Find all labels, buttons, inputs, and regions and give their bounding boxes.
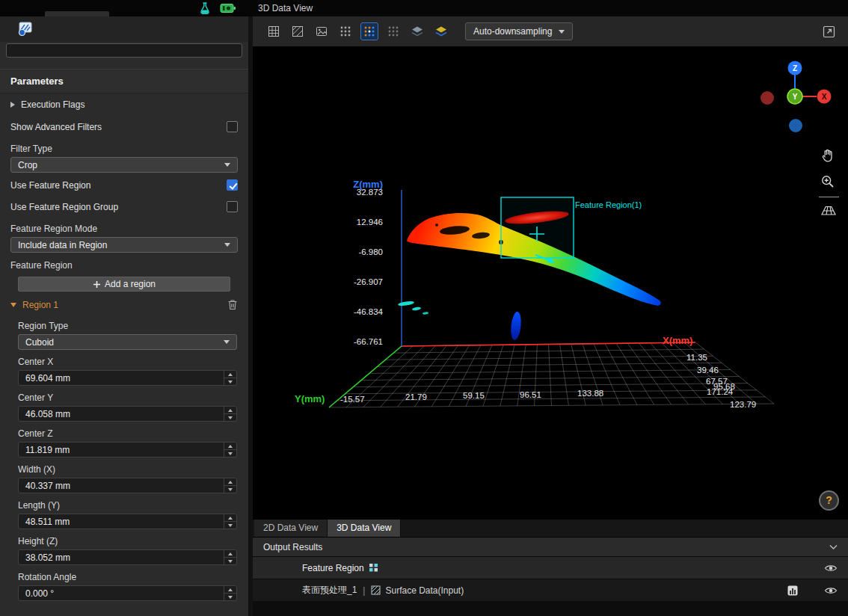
parameters-panel: Parameters Execution Flags Show Advanced… <box>0 16 253 616</box>
pan-hand-icon[interactable] <box>820 148 835 163</box>
center-x-input[interactable]: 69.604 mm <box>18 370 237 386</box>
stats-icon[interactable] <box>787 585 799 597</box>
execution-flags-toggle[interactable]: Execution Flags <box>0 93 248 116</box>
feature-region-mode-dropdown[interactable]: Include data in Region <box>10 237 238 253</box>
blue-fragment <box>510 311 523 340</box>
x-tick: 123.79 <box>730 400 756 409</box>
step-up-icon[interactable] <box>224 514 236 522</box>
center-z-input[interactable]: 11.819 mm <box>18 442 237 458</box>
surface-data-title: Surface Data(Input) <box>385 585 464 596</box>
layers-color-icon[interactable] <box>432 22 450 40</box>
top-tab-ghost[interactable] <box>45 11 109 16</box>
eye-icon[interactable] <box>824 563 838 573</box>
y-tick: 59.15 <box>463 391 485 400</box>
region-type-label: Region Type <box>18 314 237 334</box>
cloud-hole <box>435 224 438 227</box>
center-x-value: 69.604 mm <box>25 373 70 384</box>
result-row-feature-region[interactable]: Feature Region <box>253 556 848 579</box>
quantity-stepper[interactable] <box>224 371 236 385</box>
zoom-icon[interactable] <box>820 174 835 189</box>
quantity-stepper[interactable] <box>224 550 236 564</box>
step-down-icon[interactable] <box>224 450 236 457</box>
x-tick: 95.68 <box>713 382 735 391</box>
gizmo-minus-z[interactable] <box>789 119 802 132</box>
step-icon[interactable] <box>17 21 34 37</box>
quantity-stepper[interactable] <box>224 443 236 457</box>
x-axis-label: X(mm) <box>663 335 692 346</box>
step-selector[interactable] <box>6 43 242 58</box>
region-1-header[interactable]: Region 1 <box>0 292 248 314</box>
hatched-square-icon[interactable] <box>289 22 307 40</box>
region-type-dropdown[interactable]: Cuboid <box>18 334 237 350</box>
quantity-stepper[interactable] <box>224 478 236 493</box>
use-feature-region-group-checkbox[interactable] <box>227 201 238 212</box>
trash-icon[interactable] <box>227 299 238 310</box>
add-region-button[interactable]: Add a region <box>18 277 230 292</box>
gizmo-y-label: Y <box>793 93 798 101</box>
rotation-angle-value: 0.000 ° <box>25 588 54 599</box>
gizmo-minus-x[interactable] <box>761 91 774 105</box>
use-feature-region-checkbox[interactable] <box>227 179 238 191</box>
battery-indicator-icon[interactable] <box>220 2 236 14</box>
step-up-icon[interactable] <box>224 407 236 414</box>
expand-view-icon[interactable] <box>820 22 838 40</box>
step-down-icon[interactable] <box>224 414 236 421</box>
dots-grid-icon[interactable] <box>337 22 354 40</box>
width-x-input[interactable]: 40.337 mm <box>18 478 237 493</box>
step-down-icon[interactable] <box>224 558 236 564</box>
tab-3d-data-view[interactable]: 3D Data View <box>328 520 401 537</box>
chevron-down-icon[interactable] <box>829 544 838 550</box>
filter-type-value: Crop <box>18 160 37 170</box>
layers-icon[interactable] <box>408 22 426 40</box>
chevron-down-icon <box>10 303 16 307</box>
orientation-gizmo[interactable]: Z X Y <box>745 52 835 136</box>
step-up-icon[interactable] <box>224 550 236 558</box>
z-tick: -26.907 <box>301 277 383 286</box>
filter-type-label: Filter Type <box>0 138 248 157</box>
rotation-angle-input[interactable]: 0.000 ° <box>18 585 237 601</box>
region-1-title: Region 1 <box>22 300 58 310</box>
center-y-input[interactable]: 46.058 mm <box>18 406 237 422</box>
flask-icon[interactable] <box>199 1 211 15</box>
grid-plane-icon[interactable] <box>820 203 838 217</box>
filter-type-dropdown[interactable]: Crop <box>10 157 238 173</box>
quantity-stepper[interactable] <box>224 586 236 600</box>
show-advanced-filters-checkbox[interactable] <box>227 121 238 132</box>
height-z-input[interactable]: 38.052 mm <box>18 549 237 565</box>
region-type-value: Cuboid <box>25 337 54 348</box>
length-y-input[interactable]: 48.511 mm <box>18 514 237 529</box>
y-axis-label: Y(mm) <box>295 393 325 404</box>
image-icon[interactable] <box>313 22 331 40</box>
use-feature-region-group-row: Use Feature Region Group <box>0 196 248 218</box>
output-results-title: Output Results <box>263 542 322 552</box>
downsampling-dropdown[interactable]: Auto-downsampling <box>465 22 573 40</box>
grid-view-icon[interactable] <box>265 22 283 40</box>
step-down-icon[interactable] <box>224 594 236 600</box>
view-title: 3D Data View <box>258 0 313 16</box>
tools-divider <box>819 197 839 197</box>
step-down-icon[interactable] <box>224 486 236 493</box>
step-up-icon[interactable] <box>224 443 236 450</box>
output-results-header[interactable]: Output Results <box>253 537 848 556</box>
eye-icon[interactable] <box>824 585 838 596</box>
step-down-icon[interactable] <box>224 522 236 529</box>
gizmo-z-label: Z <box>793 64 797 73</box>
show-advanced-filters-row: Show Advanced Filters <box>0 116 248 138</box>
help-button[interactable]: ? <box>819 490 839 511</box>
gizmo-x-label: X <box>822 93 827 101</box>
result-row-surface-data[interactable]: 表面预处理_1 | Surface Data(Input) <box>253 579 848 601</box>
color-pointcloud-icon[interactable] <box>360 22 378 40</box>
dots-grid-dim-icon[interactable] <box>384 22 402 40</box>
quantity-stepper[interactable] <box>224 407 236 421</box>
step-up-icon[interactable] <box>224 371 236 378</box>
step-up-icon[interactable] <box>224 586 236 594</box>
step-down-icon[interactable] <box>224 378 236 385</box>
quantity-stepper[interactable] <box>224 514 236 529</box>
cyan-fragment <box>398 301 415 307</box>
tab-2d-data-view[interactable]: 2D Data View <box>254 520 328 537</box>
chevron-down-icon <box>224 340 230 344</box>
viewport-3d[interactable]: Z(mm) 32.873 12.946 -6.980 -26.907 -46.8… <box>253 46 848 520</box>
add-region-label: Add a region <box>105 279 156 289</box>
step-up-icon[interactable] <box>224 478 236 486</box>
chevron-right-icon <box>10 102 15 108</box>
